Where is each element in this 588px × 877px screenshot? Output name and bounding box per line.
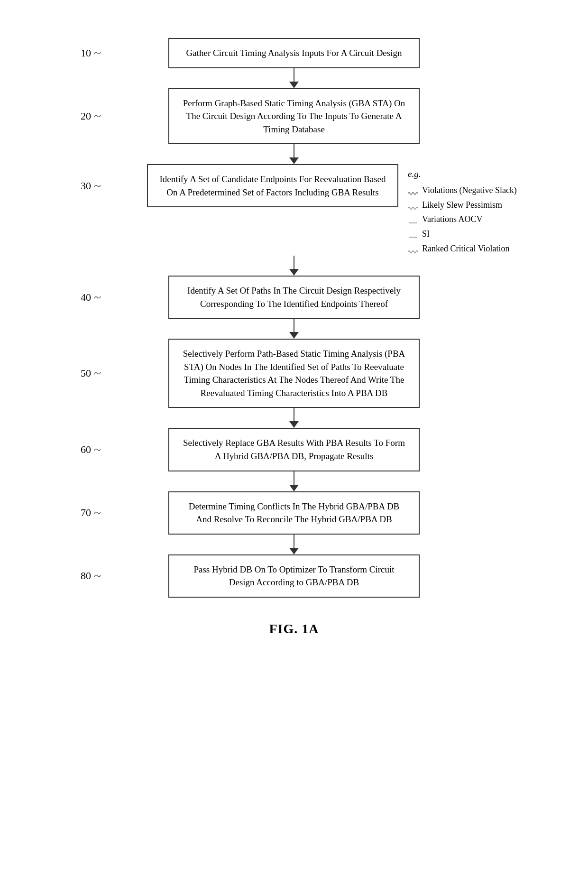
arrow-head	[289, 82, 299, 88]
step-40-squiggle: ~	[94, 291, 101, 304]
arrow-60-70	[147, 471, 441, 491]
step-60-number: 60	[81, 443, 91, 456]
step-20-squiggle: ~	[94, 110, 101, 123]
step-50-label: 50 ~	[81, 367, 101, 380]
arrow-head	[289, 421, 299, 428]
arrow-head	[289, 485, 299, 491]
step-70-row: 70 ~ Determine Timing Conflicts In The H…	[147, 491, 441, 535]
step-80-row: 80 ~ Pass Hybrid DB On To Optimizer To T…	[147, 554, 441, 598]
step-80-squiggle: ~	[94, 569, 101, 582]
step-10-squiggle: ~	[94, 46, 101, 60]
arrow-line	[294, 535, 294, 548]
step-30-row: 30 ~ Identify A Set of Candidate Endpoin…	[147, 164, 398, 207]
step-30-branch-section: 30 ~ Identify A Set of Candidate Endpoin…	[147, 164, 441, 256]
arrow-head	[289, 269, 299, 276]
squig-svg-0	[408, 190, 418, 197]
branch-item-text-3: SI	[422, 227, 430, 241]
eg-label: e.g.	[408, 169, 421, 179]
step-30-label: 30 ~	[81, 179, 101, 193]
step-70-label: 70 ~	[81, 506, 101, 519]
step-40-row: 40 ~ Identify A Set Of Paths In The Circ…	[147, 276, 441, 319]
step-40-number: 40	[81, 291, 91, 304]
squig-svg-2	[408, 220, 418, 226]
step-10-row: 10 ~ Gather Circuit Timing Analysis Inpu…	[147, 38, 441, 68]
flow-column: 10 ~ Gather Circuit Timing Analysis Inpu…	[147, 19, 441, 637]
step-30-number: 30	[81, 180, 91, 192]
step-10-label: 10 ~	[81, 46, 101, 60]
figure-label: FIG. 1A	[269, 621, 319, 637]
arrow-line	[294, 471, 294, 485]
step-60-label: 60 ~	[81, 443, 101, 456]
branch-item-text-1: Likely Slew Pessimism	[422, 198, 502, 212]
bullet-icon-3	[408, 231, 418, 237]
arrow-40-50	[147, 319, 441, 339]
step-60-box: Selectively Replace GBA Results With PBA…	[168, 428, 420, 471]
step-30-box: Identify A Set of Candidate Endpoints Fo…	[147, 164, 398, 207]
arrow-20-30	[147, 144, 441, 164]
branch-item-2: Variations AOCV	[408, 212, 517, 227]
step-30-squiggle: ~	[94, 179, 101, 193]
step-80-label: 80 ~	[81, 569, 101, 582]
bullet-icon-2	[408, 216, 418, 223]
branch-item-0: Violations (Negative Slack)	[408, 183, 517, 198]
step-80-number: 80	[81, 570, 91, 582]
arrow-head	[289, 157, 299, 164]
step-70-squiggle: ~	[94, 506, 101, 519]
step-20-row: 20 ~ Perform Graph-Based Static Timing A…	[147, 88, 441, 145]
step-30-left: 30 ~ Identify A Set of Candidate Endpoin…	[147, 164, 398, 207]
arrow-line	[294, 144, 294, 157]
branch-item-3: SI	[408, 227, 517, 241]
branch-bullet-list: Violations (Negative Slack) Likely Slew …	[408, 183, 517, 256]
arrow-line	[294, 68, 294, 82]
arrow-head	[289, 548, 299, 554]
step-50-row: 50 ~ Selectively Perform Path-Based Stat…	[147, 339, 441, 408]
step-70-box: Determine Timing Conflicts In The Hybrid…	[168, 491, 420, 535]
branch-item-text-2: Variations AOCV	[422, 212, 483, 227]
arrow-30-40	[147, 256, 441, 276]
bullet-icon-4	[408, 245, 418, 252]
arrow-head	[289, 332, 299, 339]
step-20-label: 20 ~	[81, 110, 101, 123]
squig-svg-1	[408, 205, 418, 212]
step-80-box: Pass Hybrid DB On To Optimizer To Transf…	[168, 554, 420, 598]
squig-svg-3	[408, 234, 418, 240]
step-40-label: 40 ~	[81, 291, 101, 304]
arrow-50-60	[147, 408, 441, 428]
bullet-icon-1	[408, 202, 418, 208]
branch-item-text-4: Ranked Critical Violation	[422, 241, 510, 256]
branch-item-1: Likely Slew Pessimism	[408, 198, 517, 212]
step-10-box: Gather Circuit Timing Analysis Inputs Fo…	[168, 38, 420, 68]
step-20-number: 20	[81, 110, 91, 122]
step-30-branch-right: e.g. Violations (Negative Slack)	[398, 164, 522, 256]
step-40-box: Identify A Set Of Paths In The Circuit D…	[168, 276, 420, 319]
step-50-squiggle: ~	[94, 367, 101, 380]
step-50-box: Selectively Perform Path-Based Static Ti…	[168, 339, 420, 408]
step-20-box: Perform Graph-Based Static Timing Analys…	[168, 88, 420, 145]
step-70-number: 70	[81, 507, 91, 519]
arrow-line	[294, 319, 294, 332]
arrow-line	[294, 408, 294, 421]
arrow-70-80	[147, 535, 441, 554]
step-10-number: 10	[81, 47, 91, 59]
arrow-line	[294, 256, 294, 269]
step-60-row: 60 ~ Selectively Replace GBA Results Wit…	[147, 428, 441, 471]
branch-item-4: Ranked Critical Violation	[408, 241, 517, 256]
bullet-icon-0	[408, 187, 418, 194]
arrow-10-20	[147, 68, 441, 88]
diagram-container: 10 ~ Gather Circuit Timing Analysis Inpu…	[0, 0, 588, 877]
branch-item-text-0: Violations (Negative Slack)	[422, 183, 517, 198]
squig-svg-4	[408, 249, 418, 255]
step-60-squiggle: ~	[94, 443, 101, 456]
step-50-number: 50	[81, 367, 91, 379]
step-30-branch-row: 30 ~ Identify A Set of Candidate Endpoin…	[147, 164, 441, 256]
